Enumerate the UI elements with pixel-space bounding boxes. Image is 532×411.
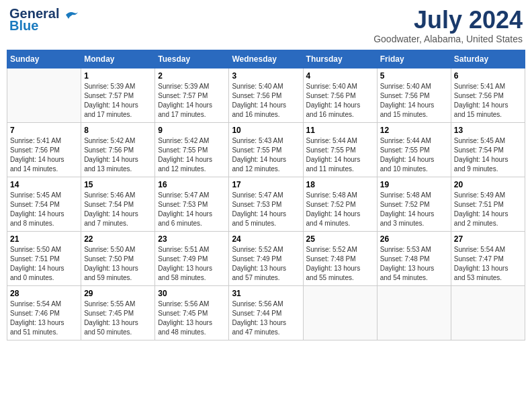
calendar-cell: 11Sunrise: 5:44 AM Sunset: 7:55 PM Dayli… (303, 122, 377, 177)
calendar-week-2: 7Sunrise: 5:41 AM Sunset: 7:56 PM Daylig… (7, 122, 525, 177)
calendar-cell: 27Sunrise: 5:54 AM Sunset: 7:47 PM Dayli… (451, 231, 525, 285)
calendar-cell: 5Sunrise: 5:40 AM Sunset: 7:56 PM Daylig… (377, 68, 451, 122)
calendar-cell: 29Sunrise: 5:55 AM Sunset: 7:45 PM Dayli… (81, 285, 155, 340)
day-number: 10 (232, 126, 300, 135)
day-info: Sunrise: 5:54 AM Sunset: 7:46 PM Dayligh… (10, 300, 78, 337)
calendar-cell: 30Sunrise: 5:56 AM Sunset: 7:45 PM Dayli… (155, 285, 229, 340)
day-info: Sunrise: 5:45 AM Sunset: 7:54 PM Dayligh… (454, 136, 522, 174)
weekday-header-row: SundayMondayTuesdayWednesdayThursdayFrid… (7, 50, 525, 68)
day-info: Sunrise: 5:39 AM Sunset: 7:57 PM Dayligh… (84, 82, 152, 120)
logo-bird-icon (64, 9, 79, 20)
day-info: Sunrise: 5:52 AM Sunset: 7:49 PM Dayligh… (232, 245, 300, 283)
day-number: 7 (10, 126, 78, 135)
calendar-week-1: 1Sunrise: 5:39 AM Sunset: 7:57 PM Daylig… (7, 68, 525, 122)
day-number: 15 (84, 180, 152, 189)
calendar-cell: 6Sunrise: 5:41 AM Sunset: 7:56 PM Daylig… (451, 68, 525, 122)
day-info: Sunrise: 5:53 AM Sunset: 7:48 PM Dayligh… (380, 245, 448, 283)
location: Goodwater, Alabama, United States (373, 34, 523, 44)
day-info: Sunrise: 5:51 AM Sunset: 7:49 PM Dayligh… (158, 245, 226, 283)
calendar-cell: 31Sunrise: 5:56 AM Sunset: 7:44 PM Dayli… (229, 285, 303, 340)
calendar-cell: 7Sunrise: 5:41 AM Sunset: 7:56 PM Daylig… (7, 122, 81, 177)
page-header: General Blue July 2024 Goodwater, Alabam… (7, 7, 525, 44)
day-number: 18 (306, 180, 374, 189)
day-number: 12 (380, 126, 448, 135)
day-number: 2 (158, 71, 226, 81)
calendar-cell: 20Sunrise: 5:49 AM Sunset: 7:51 PM Dayli… (451, 177, 525, 231)
calendar-cell: 19Sunrise: 5:48 AM Sunset: 7:52 PM Dayli… (377, 177, 451, 231)
day-info: Sunrise: 5:46 AM Sunset: 7:54 PM Dayligh… (84, 191, 152, 228)
day-number: 16 (158, 180, 226, 189)
calendar-cell: 23Sunrise: 5:51 AM Sunset: 7:49 PM Dayli… (155, 231, 229, 285)
day-number: 22 (84, 234, 152, 244)
day-info: Sunrise: 5:49 AM Sunset: 7:51 PM Dayligh… (454, 191, 522, 228)
day-number: 21 (10, 234, 78, 244)
day-number: 5 (380, 71, 448, 81)
day-number: 9 (158, 126, 226, 135)
month-title: July 2024 (373, 7, 523, 34)
calendar-header: SundayMondayTuesdayWednesdayThursdayFrid… (7, 50, 525, 68)
day-number: 30 (158, 289, 226, 298)
day-number: 23 (158, 234, 226, 244)
calendar-week-3: 14Sunrise: 5:45 AM Sunset: 7:54 PM Dayli… (7, 177, 525, 231)
day-info: Sunrise: 5:52 AM Sunset: 7:48 PM Dayligh… (306, 245, 374, 283)
calendar-cell: 14Sunrise: 5:45 AM Sunset: 7:54 PM Dayli… (7, 177, 81, 231)
day-info: Sunrise: 5:50 AM Sunset: 7:50 PM Dayligh… (84, 245, 152, 283)
day-number: 1 (84, 71, 152, 81)
day-info: Sunrise: 5:56 AM Sunset: 7:45 PM Dayligh… (158, 300, 226, 337)
day-info: Sunrise: 5:45 AM Sunset: 7:54 PM Dayligh… (10, 191, 78, 228)
day-number: 14 (10, 180, 78, 189)
calendar-cell (303, 285, 377, 340)
day-number: 24 (232, 234, 300, 244)
day-number: 13 (454, 126, 522, 135)
day-info: Sunrise: 5:44 AM Sunset: 7:55 PM Dayligh… (306, 136, 374, 174)
calendar-week-4: 21Sunrise: 5:50 AM Sunset: 7:51 PM Dayli… (7, 231, 525, 285)
day-number: 28 (10, 289, 78, 298)
calendar-cell: 28Sunrise: 5:54 AM Sunset: 7:46 PM Dayli… (7, 285, 81, 340)
day-number: 26 (380, 234, 448, 244)
calendar-cell: 16Sunrise: 5:47 AM Sunset: 7:53 PM Dayli… (155, 177, 229, 231)
calendar-cell: 1Sunrise: 5:39 AM Sunset: 7:57 PM Daylig… (81, 68, 155, 122)
calendar-cell: 17Sunrise: 5:47 AM Sunset: 7:53 PM Dayli… (229, 177, 303, 231)
weekday-header-saturday: Saturday (451, 50, 525, 68)
day-info: Sunrise: 5:47 AM Sunset: 7:53 PM Dayligh… (158, 191, 226, 228)
day-info: Sunrise: 5:48 AM Sunset: 7:52 PM Dayligh… (306, 191, 374, 228)
weekday-header-wednesday: Wednesday (229, 50, 303, 68)
day-number: 20 (454, 180, 522, 189)
calendar-cell: 12Sunrise: 5:44 AM Sunset: 7:55 PM Dayli… (377, 122, 451, 177)
day-info: Sunrise: 5:40 AM Sunset: 7:56 PM Dayligh… (232, 82, 300, 120)
calendar-cell: 22Sunrise: 5:50 AM Sunset: 7:50 PM Dayli… (81, 231, 155, 285)
calendar-cell: 21Sunrise: 5:50 AM Sunset: 7:51 PM Dayli… (7, 231, 81, 285)
calendar-cell: 25Sunrise: 5:52 AM Sunset: 7:48 PM Dayli… (303, 231, 377, 285)
calendar-cell: 10Sunrise: 5:43 AM Sunset: 7:55 PM Dayli… (229, 122, 303, 177)
day-number: 17 (232, 180, 300, 189)
weekday-header-friday: Friday (377, 50, 451, 68)
calendar-cell: 3Sunrise: 5:40 AM Sunset: 7:56 PM Daylig… (229, 68, 303, 122)
title-area: July 2024 Goodwater, Alabama, United Sta… (373, 7, 523, 44)
day-info: Sunrise: 5:42 AM Sunset: 7:55 PM Dayligh… (158, 136, 226, 174)
day-number: 29 (84, 289, 152, 298)
day-info: Sunrise: 5:47 AM Sunset: 7:53 PM Dayligh… (232, 191, 300, 228)
day-info: Sunrise: 5:54 AM Sunset: 7:47 PM Dayligh… (454, 245, 522, 283)
calendar-cell: 15Sunrise: 5:46 AM Sunset: 7:54 PM Dayli… (81, 177, 155, 231)
day-info: Sunrise: 5:40 AM Sunset: 7:56 PM Dayligh… (380, 82, 448, 120)
day-info: Sunrise: 5:50 AM Sunset: 7:51 PM Dayligh… (10, 245, 78, 283)
day-number: 3 (232, 71, 300, 81)
day-number: 19 (380, 180, 448, 189)
day-info: Sunrise: 5:41 AM Sunset: 7:56 PM Dayligh… (454, 82, 522, 120)
calendar-table: SundayMondayTuesdayWednesdayThursdayFrid… (7, 50, 525, 340)
logo: General Blue (9, 7, 79, 32)
calendar-cell: 13Sunrise: 5:45 AM Sunset: 7:54 PM Dayli… (451, 122, 525, 177)
day-info: Sunrise: 5:55 AM Sunset: 7:45 PM Dayligh… (84, 300, 152, 337)
day-number: 11 (306, 126, 374, 135)
day-info: Sunrise: 5:43 AM Sunset: 7:55 PM Dayligh… (232, 136, 300, 174)
day-number: 31 (232, 289, 300, 298)
day-number: 6 (454, 71, 522, 81)
day-info: Sunrise: 5:41 AM Sunset: 7:56 PM Dayligh… (10, 136, 78, 174)
calendar-cell: 18Sunrise: 5:48 AM Sunset: 7:52 PM Dayli… (303, 177, 377, 231)
day-info: Sunrise: 5:42 AM Sunset: 7:56 PM Dayligh… (84, 136, 152, 174)
calendar-body: 1Sunrise: 5:39 AM Sunset: 7:57 PM Daylig… (7, 68, 525, 340)
day-info: Sunrise: 5:48 AM Sunset: 7:52 PM Dayligh… (380, 191, 448, 228)
calendar-cell: 8Sunrise: 5:42 AM Sunset: 7:56 PM Daylig… (81, 122, 155, 177)
calendar-cell: 24Sunrise: 5:52 AM Sunset: 7:49 PM Dayli… (229, 231, 303, 285)
calendar-cell: 9Sunrise: 5:42 AM Sunset: 7:55 PM Daylig… (155, 122, 229, 177)
